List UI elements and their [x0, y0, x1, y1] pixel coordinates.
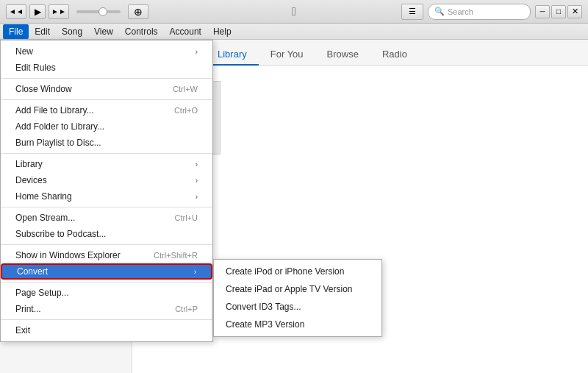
arrow-home-sharing: › [196, 193, 198, 201]
volume-slider[interactable] [76, 10, 121, 13]
search-text: Search [448, 7, 473, 16]
shortcut-add-file: Ctrl+O [174, 106, 198, 115]
tab-browse[interactable]: Browse [315, 44, 370, 65]
menu-item-home-sharing[interactable]: Home Sharing › [1, 188, 212, 205]
menu-item-convert[interactable]: Convert › [1, 263, 212, 280]
menu-item-add-folder[interactable]: Add Folder to Library... [1, 118, 212, 135]
menu-item-close-window[interactable]: Close Window Ctrl+W [1, 81, 212, 97]
menu-song[interactable]: Song [56, 24, 88, 39]
next-button[interactable]: ►► [49, 4, 69, 19]
separator-5 [1, 244, 212, 245]
menu-item-devices[interactable]: Devices › [1, 172, 212, 188]
shortcut-close: Ctrl+W [173, 85, 198, 93]
arrow-new: › [196, 48, 198, 56]
separator-2 [1, 99, 212, 100]
tab-library[interactable]: Library [206, 44, 259, 65]
tab-radio[interactable]: Radio [370, 44, 419, 65]
volume-thumb[interactable] [98, 7, 107, 16]
arrow-devices: › [196, 177, 198, 185]
separator-1 [1, 78, 212, 79]
menu-file[interactable]: File [3, 24, 29, 39]
submenu-item-create-ipad[interactable]: Create iPad or Apple TV Version [214, 280, 381, 298]
menu-help[interactable]: Help [207, 24, 237, 39]
apple-logo:  [292, 5, 296, 18]
search-icon: 🔍 [434, 7, 445, 16]
menu-item-exit[interactable]: Exit [1, 322, 212, 338]
menu-item-add-file[interactable]: Add File to Library... Ctrl+O [1, 102, 212, 118]
separator-4 [1, 207, 212, 207]
maximize-button[interactable]: □ [551, 5, 566, 18]
menu-item-open-stream[interactable]: Open Stream... Ctrl+U [1, 210, 212, 226]
menu-bar: File Edit Song View Controls Account Hel… [0, 24, 588, 40]
submenu-item-create-mp3[interactable]: Create MP3 Version [214, 316, 381, 333]
minimize-button[interactable]: ─ [535, 5, 550, 18]
separator-7 [1, 319, 212, 320]
submenu-item-create-ipod[interactable]: Create iPod or iPhone Version [214, 263, 381, 280]
playback-controls: ◄◄ ▶ ►► ⊕ [6, 4, 148, 19]
arrow-convert: › [194, 268, 196, 276]
search-box[interactable]: 🔍 Search [428, 4, 531, 20]
title-bar-right: ☰ 🔍 Search ─ □ ✕ [401, 4, 582, 20]
menu-item-new[interactable]: New › [1, 43, 212, 60]
menu-account[interactable]: Account [164, 24, 207, 39]
menu-item-show-explorer[interactable]: Show in Windows Explorer Ctrl+Shift+R [1, 247, 212, 263]
tab-for-you[interactable]: For You [259, 44, 315, 65]
file-menu: New › Edit Rules Close Window Ctrl+W Add… [0, 40, 213, 342]
list-button[interactable]: ☰ [401, 4, 423, 20]
prev-button[interactable]: ◄◄ [6, 4, 26, 19]
menu-view[interactable]: View [88, 24, 119, 39]
title-bar: ◄◄ ▶ ►► ⊕  ☰ 🔍 Search ─ □ ✕ [0, 0, 588, 24]
submenu-item-convert-id3[interactable]: Convert ID3 Tags... [214, 298, 381, 316]
menu-item-burn-playlist[interactable]: Burn Playlist to Disc... [1, 135, 212, 151]
menu-controls[interactable]: Controls [119, 24, 164, 39]
menu-item-edit-rules[interactable]: Edit Rules [1, 60, 212, 76]
shortcut-show-explorer: Ctrl+Shift+R [154, 251, 198, 260]
menu-item-print[interactable]: Print... Ctrl+P [1, 301, 212, 317]
play-button[interactable]: ▶ [29, 4, 46, 19]
shortcut-print: Ctrl+P [175, 305, 198, 313]
window-controls: ─ □ ✕ [535, 5, 582, 18]
shortcut-open-stream: Ctrl+U [175, 213, 198, 222]
menu-item-page-setup[interactable]: Page Setup... [1, 285, 212, 301]
airplay-button[interactable]: ⊕ [128, 4, 148, 19]
separator-6 [1, 282, 212, 283]
convert-submenu: Create iPod or iPhone Version Create iPa… [213, 259, 382, 337]
menu-item-library[interactable]: Library › [1, 156, 212, 172]
close-button[interactable]: ✕ [567, 5, 582, 18]
separator-3 [1, 153, 212, 154]
menu-item-subscribe-podcast[interactable]: Subscribe to Podcast... [1, 226, 212, 242]
menu-edit[interactable]: Edit [29, 24, 56, 39]
arrow-library: › [196, 160, 198, 168]
